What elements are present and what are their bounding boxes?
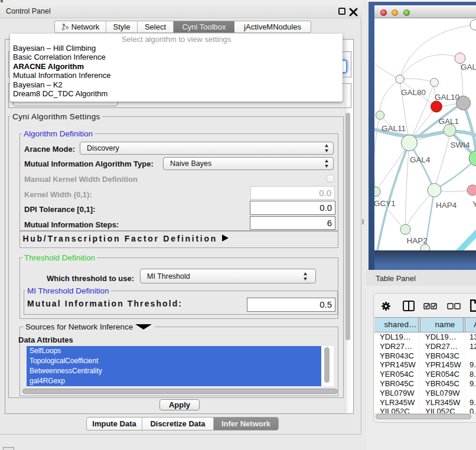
svg-text:GAL1: GAL1 — [439, 117, 459, 126]
svg-text:HAP4: HAP4 — [436, 201, 457, 210]
svg-text:GAL11: GAL11 — [382, 124, 406, 133]
svg-text:GAL10: GAL10 — [435, 93, 459, 102]
svg-text:GAL4: GAL4 — [410, 155, 431, 164]
svg-text:GCY1: GCY1 — [374, 199, 396, 208]
svg-text:SWI4: SWI4 — [451, 141, 470, 149]
svg-text:GAL1: GAL1 — [461, 63, 476, 71]
svg-text:Y: Y — [472, 200, 476, 208]
svg-text:GAL80: GAL80 — [401, 88, 426, 97]
svg-text:HAP2: HAP2 — [407, 236, 428, 245]
